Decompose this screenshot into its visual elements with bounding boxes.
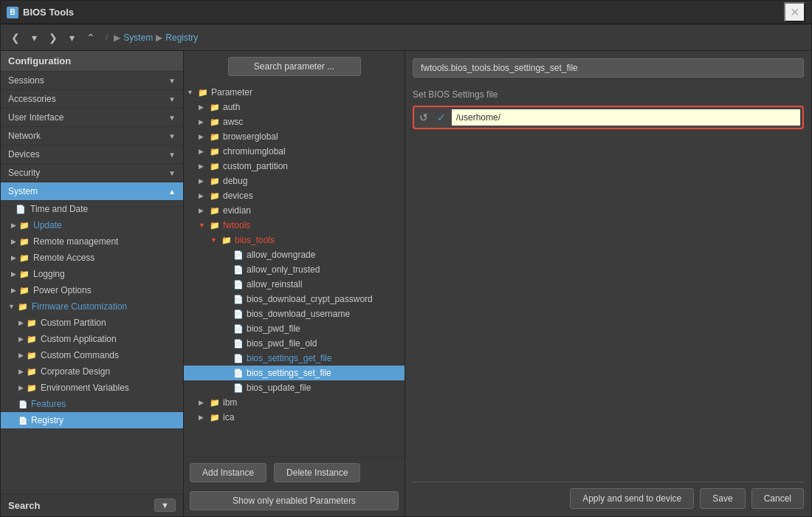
sidebar-subitem-custom-partition[interactable]: ▶ 📁 Custom Partition xyxy=(1,315,183,331)
ica-expand-icon: ▶ xyxy=(199,414,207,421)
tree-node-evidian[interactable]: ▶ 📁 evidian xyxy=(184,203,405,218)
envvars-folder-icon: 📁 xyxy=(27,383,37,393)
sidebar-item-network[interactable]: Network ▼ xyxy=(1,127,183,145)
tree-node-allow-reinstall[interactable]: 📄 allow_reinstall xyxy=(184,277,405,292)
settings-label: Set BIOS Settings file xyxy=(413,89,804,100)
back-button[interactable]: ❮ xyxy=(7,30,24,46)
allowdowngrade-file-icon: 📄 xyxy=(233,250,244,260)
up-button[interactable]: ⌃ xyxy=(82,30,100,46)
sidebar-subitem-update[interactable]: ▶ 📁 Update xyxy=(1,217,183,233)
search-section-label: Search xyxy=(8,500,40,511)
tree-node-bios-settings-get[interactable]: 📄 bios_settings_get_file xyxy=(184,351,405,366)
sidebar-item-userinterface[interactable]: User Interface ▼ xyxy=(1,109,183,127)
tree-node-browserglobal[interactable]: ▶ 📁 browserglobal xyxy=(184,129,405,144)
sidebar-item-sessions[interactable]: Sessions ▼ xyxy=(1,72,183,90)
apply-send-button[interactable]: Apply and send to device xyxy=(570,488,694,509)
sidebar-search-section: Search ▼ xyxy=(1,493,183,516)
nav-dropdown-button[interactable]: ▾ xyxy=(27,30,41,46)
biossettingssetfile-file-icon: 📄 xyxy=(233,369,244,378)
fwtools-folder-icon: 📁 xyxy=(210,221,220,230)
power-expand-icon: ▶ xyxy=(11,287,16,294)
customcmds-label: Custom Commands xyxy=(41,350,119,360)
forward-button[interactable]: ❯ xyxy=(44,30,62,46)
evidian-expand-icon: ▶ xyxy=(199,207,207,214)
tree-node-bios-dl-crypt-pwd[interactable]: 📄 bios_download_crypt_password xyxy=(184,292,405,307)
delete-instance-button[interactable]: Delete Instance xyxy=(274,463,360,482)
nav-dropdown2-button[interactable]: ▾ xyxy=(65,30,79,46)
sidebar-item-accessories[interactable]: Accessories ▼ xyxy=(1,90,183,109)
search-dropdown-button[interactable]: ▼ xyxy=(154,499,176,512)
biospwdfile-label: bios_pwd_file xyxy=(247,323,300,334)
update-label: Update xyxy=(33,220,62,230)
awsc-expand-icon: ▶ xyxy=(199,118,207,126)
sidebar-subitem-power[interactable]: ▶ 📁 Power Options xyxy=(1,282,183,298)
tree-node-bios-pwd-file[interactable]: 📄 bios_pwd_file xyxy=(184,321,405,336)
tree-node-bios-dl-username[interactable]: 📄 bios_download_username xyxy=(184,307,405,321)
reset-icon-button[interactable]: ↺ xyxy=(416,110,431,125)
titlebar-left: B BIOS Tools xyxy=(7,7,74,18)
show-enabled-button[interactable]: Show only enabled Parameters xyxy=(190,491,399,510)
accessories-arrow: ▼ xyxy=(168,95,176,103)
tree-node-bios-tools[interactable]: ▼ 📁 bios_tools xyxy=(184,233,405,247)
save-button[interactable]: Save xyxy=(700,488,745,509)
close-button[interactable]: ✕ xyxy=(784,2,805,22)
tree-node-ica[interactable]: ▶ 📁 ica xyxy=(184,410,405,425)
sidebar-subitem-timedate[interactable]: 📄 Time and Date xyxy=(1,201,183,217)
biospwdfileold-label: bios_pwd_file_old xyxy=(247,338,317,349)
timedate-file-icon: 📄 xyxy=(16,205,26,214)
remoteaccess-folder-icon: 📁 xyxy=(19,253,30,263)
sidebar-subitem-remote-access[interactable]: ▶ 📁 Remote Access xyxy=(1,250,183,266)
sidebar-item-firmware[interactable]: ▼ 📁 Firmware Customization xyxy=(1,298,183,315)
tree-root-parameter[interactable]: ▼ 📁 Parameter xyxy=(184,85,405,100)
tree-node-custom-partition[interactable]: ▶ 📁 custom_partition xyxy=(184,159,405,174)
tree-node-fwtools[interactable]: ▼ 📁 fwtools xyxy=(184,218,405,233)
breadcrumb-system[interactable]: System xyxy=(123,32,153,43)
titlebar: B BIOS Tools ✕ xyxy=(1,1,811,24)
sidebar-subitem-registry[interactable]: 📄 Registry xyxy=(1,412,183,428)
sidebar-items: Sessions ▼ Accessories ▼ User Interface xyxy=(1,72,183,493)
check-icon-button[interactable]: ✓ xyxy=(434,110,449,125)
devices-arrow: ▼ xyxy=(168,151,176,159)
cancel-button[interactable]: Cancel xyxy=(751,488,804,509)
sidebar-subitem-env-variables[interactable]: ▶ 📁 Environment Variables xyxy=(1,380,183,396)
sidebar-subitem-logging[interactable]: ▶ 📁 Logging xyxy=(1,266,183,282)
tree-node-bios-update-file[interactable]: 📄 bios_update_file xyxy=(184,380,405,395)
allowonlytrusted-file-icon: 📄 xyxy=(233,265,244,275)
sidebar-item-security[interactable]: Security ▼ xyxy=(1,164,183,182)
network-arrow: ▼ xyxy=(168,132,176,140)
sidebar-subitem-corporate-design[interactable]: ▶ 📁 Corporate Design xyxy=(1,363,183,380)
value-input-field[interactable] xyxy=(452,109,800,126)
tree-node-awsc[interactable]: ▶ 📁 awsc xyxy=(184,114,405,129)
tree-node-bios-settings-set[interactable]: 📄 bios_settings_set_file xyxy=(184,366,405,380)
awsc-folder-icon: 📁 xyxy=(210,117,220,127)
tree-node-auth[interactable]: ▶ 📁 auth xyxy=(184,100,405,114)
allowdowngrade-label: allow_downgrade xyxy=(247,250,315,260)
tree-node-ibm[interactable]: ▶ 📁 ibm xyxy=(184,395,405,410)
tree-node-allow-downgrade[interactable]: 📄 allow_downgrade xyxy=(184,247,405,262)
right-spacer xyxy=(413,129,804,482)
update-expand-icon: ▶ xyxy=(11,222,16,229)
envvars-expand-icon: ▶ xyxy=(18,384,24,391)
tree-node-bios-pwd-file-old[interactable]: 📄 bios_pwd_file_old xyxy=(184,336,405,351)
sidebar-subitem-custom-app[interactable]: ▶ 📁 Custom Application xyxy=(1,331,183,347)
debug-expand-icon: ▶ xyxy=(199,177,207,185)
sidebar-subitem-custom-commands[interactable]: ▶ 📁 Custom Commands xyxy=(1,347,183,363)
userinterface-arrow: ▼ xyxy=(168,114,176,122)
devices-folder-icon: 📁 xyxy=(210,191,220,201)
search-parameter-button[interactable]: Search parameter ... xyxy=(228,57,361,76)
sidebar-item-system[interactable]: System ▲ xyxy=(1,182,183,201)
custompartition-folder-icon: 📁 xyxy=(27,318,37,328)
tree-node-debug[interactable]: ▶ 📁 debug xyxy=(184,174,405,188)
tree-node-devices[interactable]: ▶ 📁 devices xyxy=(184,188,405,203)
breadcrumb-registry[interactable]: Registry xyxy=(165,32,198,43)
auth-expand-icon: ▶ xyxy=(199,103,207,111)
custompartition-folder-icon2: 📁 xyxy=(210,162,220,171)
tree-node-chromiumglobal[interactable]: ▶ 📁 chromiumglobal xyxy=(184,144,405,159)
tree-node-allow-only-trusted[interactable]: 📄 allow_only_trusted xyxy=(184,262,405,277)
main-content: Configuration Sessions ▼ Accessories ▼ xyxy=(1,51,811,516)
add-instance-button[interactable]: Add Instance xyxy=(190,463,266,482)
sidebar-subitem-features[interactable]: 📄 Features xyxy=(1,396,183,412)
breadcrumb-separator: / xyxy=(106,32,108,43)
sidebar-item-devices[interactable]: Devices ▼ xyxy=(1,145,183,164)
sidebar-subitem-remote-mgmt[interactable]: ▶ 📁 Remote management xyxy=(1,233,183,250)
